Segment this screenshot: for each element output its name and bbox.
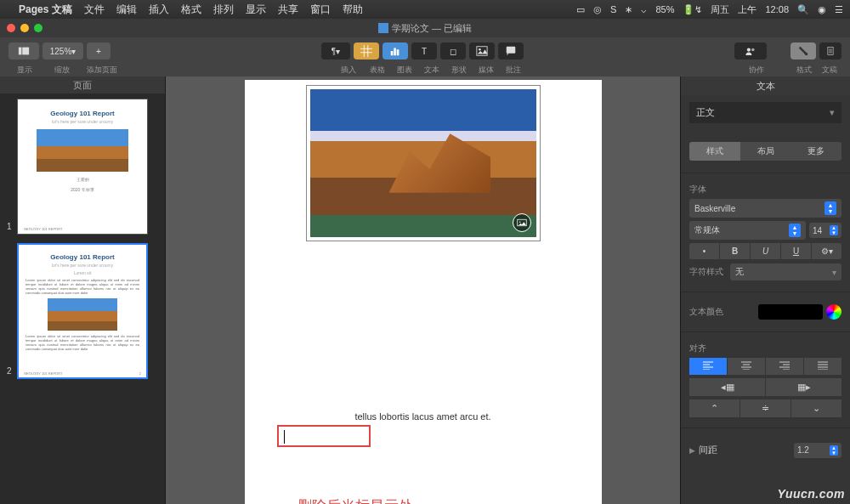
svg-point-9: [747, 48, 751, 52]
bluetooth-icon[interactable]: ∗: [625, 4, 632, 15]
menu-view[interactable]: 显示: [246, 3, 266, 17]
disclosure-triangle-icon[interactable]: ▶: [689, 446, 695, 455]
valign-top-button[interactable]: ⌃: [689, 399, 740, 417]
font-size-field[interactable]: 14▲▼: [809, 223, 842, 238]
format-button[interactable]: [790, 42, 816, 59]
valign-bottom-button[interactable]: ⌄: [791, 399, 842, 417]
menu-help[interactable]: 帮助: [343, 3, 363, 17]
char-style-select[interactable]: 无▾: [730, 263, 842, 280]
svg-rect-2: [360, 45, 372, 57]
add-page-button[interactable]: +: [87, 42, 110, 59]
traffic-lights: [7, 24, 42, 32]
window-titlebar: 学期论文 — 已编辑: [0, 19, 850, 37]
creative-cloud-icon[interactable]: ◎: [593, 4, 602, 15]
align-justify-button[interactable]: [804, 358, 842, 375]
menu-file[interactable]: 文件: [84, 3, 105, 17]
menu-share[interactable]: 共享: [278, 3, 298, 17]
spacing-label: 间距: [699, 444, 717, 456]
menu-arrange[interactable]: 排列: [213, 3, 234, 17]
toolbar-labels: 显示 缩放 添加页面 插入 表格 图表 文本 形状 媒体 批注 协作 格式 文稿: [0, 65, 850, 76]
document-canvas[interactable]: tellus lobortis lacus amet arcu et. GEOL…: [166, 76, 680, 504]
svg-rect-5: [397, 49, 400, 55]
page[interactable]: tellus lobortis lacus amet arcu et. GEOL…: [245, 80, 602, 504]
bold-button[interactable]: B: [720, 243, 750, 259]
font-weight-select[interactable]: 常规体▲▼: [689, 221, 806, 240]
text-button[interactable]: T: [411, 42, 437, 59]
svg-point-10: [751, 48, 755, 52]
insert-button[interactable]: ¶▾: [321, 42, 350, 59]
view-button[interactable]: [8, 42, 39, 59]
subtab-layout[interactable]: 布局: [740, 142, 791, 161]
align-label: 对齐: [689, 343, 842, 354]
zoom-button[interactable]: [34, 24, 42, 32]
macos-menubar: Pages 文稿 文件 编辑 插入 格式 排列 显示 共享 窗口 帮助 ▭ ◎ …: [0, 0, 850, 19]
align-center-button[interactable]: [728, 358, 765, 375]
inspector-tab-text[interactable]: 文本: [681, 76, 850, 95]
inline-image[interactable]: [306, 85, 541, 241]
clock-day[interactable]: 周五: [711, 3, 729, 16]
menu-insert[interactable]: 插入: [149, 3, 169, 17]
toolbar: 125%▾ + ¶▾ T ◻: [0, 37, 850, 65]
page-thumbnail[interactable]: 2 Geology 101 Report lor's here per sure…: [17, 243, 148, 379]
font-label: 字体: [689, 184, 842, 195]
title-separator: —: [429, 23, 444, 33]
font-family-select[interactable]: Baskerville▲▼: [689, 199, 842, 218]
align-left-button[interactable]: [689, 358, 727, 375]
menu-edit[interactable]: 编辑: [116, 3, 137, 17]
page-sidebar: 页面 1 Geology 101 Report lor's here per s…: [0, 76, 166, 504]
comment-button[interactable]: [498, 42, 524, 59]
cursor-callout-box: [277, 425, 371, 447]
text-color-swatch[interactable]: [758, 304, 824, 320]
paragraph-text[interactable]: tellus lobortis lacus amet arcu et.: [275, 411, 571, 422]
outdent-button[interactable]: ◂▦: [689, 378, 765, 396]
menu-format[interactable]: 格式: [181, 3, 201, 17]
collaborate-button[interactable]: [734, 42, 767, 59]
status-icon[interactable]: ▭: [576, 4, 585, 15]
battery-icon: 🔋↯: [683, 4, 702, 15]
main-area: 页面 1 Geology 101 Report lor's here per s…: [0, 76, 850, 504]
watermark: Yuucn.com: [778, 487, 845, 501]
svg-point-14: [519, 222, 521, 224]
paragraph-style-select[interactable]: 正文▾: [689, 102, 842, 123]
svg-rect-3: [391, 51, 394, 55]
sidebar-header: 页面: [0, 76, 165, 93]
media-button[interactable]: [469, 42, 495, 59]
document-title[interactable]: 学期论文: [392, 22, 429, 35]
italic-button[interactable]: U: [751, 243, 780, 259]
color-picker-icon[interactable]: [826, 304, 842, 320]
close-button[interactable]: [7, 24, 15, 32]
underline-button[interactable]: U: [781, 243, 811, 259]
table-button[interactable]: [354, 42, 379, 59]
document-state: 已编辑: [444, 22, 472, 35]
app-menu[interactable]: Pages 文稿: [19, 3, 72, 17]
indent-button[interactable]: ▦▸: [766, 378, 842, 396]
clock-ampm: 上午: [738, 3, 756, 16]
subtab-more[interactable]: 更多: [790, 142, 842, 161]
zoom-select[interactable]: 125%▾: [42, 42, 83, 59]
image-replace-icon[interactable]: [513, 213, 531, 232]
align-right-button[interactable]: [766, 358, 803, 375]
siri-color-icon[interactable]: ◉: [818, 4, 826, 15]
page-thumbnail[interactable]: 1 Geology 101 Report lor's here per sure…: [17, 99, 148, 235]
subtab-style[interactable]: 样式: [689, 142, 740, 161]
svg-rect-0: [19, 48, 22, 55]
siri-icon[interactable]: S: [610, 4, 616, 14]
text-color-label: 文本颜色: [689, 306, 755, 318]
inspector-subtabs: 样式 布局 更多: [689, 142, 842, 161]
valign-middle-button[interactable]: ≑: [740, 399, 790, 417]
document-button[interactable]: [819, 42, 842, 59]
chevron-down-icon: ▾: [830, 107, 835, 118]
line-spacing-field[interactable]: 1.2▲▼: [794, 443, 842, 458]
strike-button[interactable]: •: [689, 243, 719, 259]
svg-point-11: [805, 53, 808, 56]
control-center-icon[interactable]: ☰: [835, 4, 843, 15]
minimize-button[interactable]: [20, 24, 29, 32]
wifi-icon[interactable]: ⌵: [641, 4, 647, 15]
font-options-button[interactable]: ⚙▾: [812, 243, 842, 259]
spotlight-icon[interactable]: 🔍: [797, 4, 809, 15]
menu-window[interactable]: 窗口: [310, 3, 331, 17]
chart-button[interactable]: [382, 42, 408, 59]
svg-point-7: [479, 48, 481, 51]
shape-button[interactable]: ◻: [440, 42, 466, 59]
char-style-label: 字符样式: [689, 266, 727, 278]
